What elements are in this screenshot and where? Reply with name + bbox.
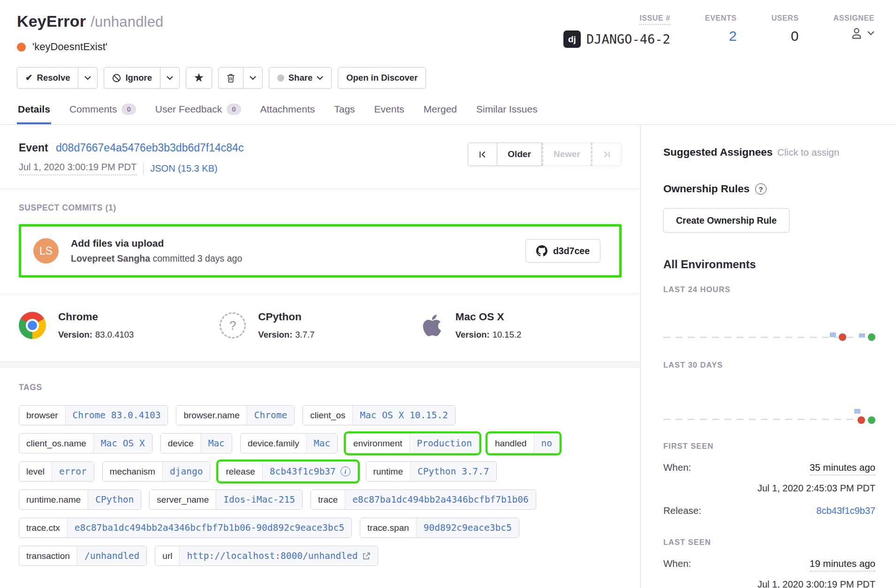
assignee-dropdown[interactable]: [834, 26, 875, 40]
tag-row: levelerror mechanismdjango release8cb43f…: [19, 461, 622, 482]
first-seen-release-link[interactable]: 8cb43f1c9b37: [816, 505, 875, 516]
tag-value: Production: [410, 434, 479, 453]
delete-dropdown-button[interactable]: [243, 67, 263, 89]
context-runtime: ? CPython Version:3.7.7: [220, 311, 420, 340]
tag-row: browserChrome 83.0.4103 browser.nameChro…: [19, 405, 622, 425]
tab-similar-issues-label: Similar Issues: [476, 104, 538, 115]
tag-transaction[interactable]: transaction/unhandled: [19, 546, 147, 566]
tag-row: runtime.nameCPython server_nameIdos-iMac…: [19, 490, 622, 510]
tag-trace[interactable]: tracee8c87ba1dc494bb2a4346bcfbf7b1b06: [311, 490, 536, 510]
tag-client-os[interactable]: client_osMac OS X 10.15.2: [303, 405, 456, 425]
issue-action-toolbar: ✔ Resolve Ignore ★: [0, 67, 896, 89]
tab-events[interactable]: Events: [373, 104, 405, 124]
event-label: Event: [19, 142, 48, 154]
tag-key: trace.ctx: [19, 518, 67, 537]
tag-device-family[interactable]: device.familyMac: [240, 433, 338, 453]
bookmark-star-button[interactable]: ★: [186, 67, 212, 89]
tag-key: runtime: [366, 462, 410, 481]
version-label: Version:: [58, 330, 92, 339]
tag-device[interactable]: deviceMac: [160, 433, 232, 453]
newer-event-button[interactable]: Newer: [542, 143, 591, 166]
tag-value: Mac OS X: [93, 434, 152, 453]
info-icon[interactable]: i: [341, 467, 350, 476]
tab-attachments-label: Attachments: [260, 104, 315, 115]
tab-merged-label: Merged: [424, 104, 457, 115]
ignore-dropdown-button[interactable]: [160, 67, 180, 89]
tag-release[interactable]: release8cb43f1c9b37i: [218, 461, 357, 482]
last-seen-marker-icon: [868, 416, 875, 424]
unknown-runtime-icon: ?: [220, 312, 246, 339]
last-seen-block: LAST SEEN When: 19 minutes ago Jul 1, 20…: [663, 538, 875, 588]
tag-row: transaction/unhandled urlhttp://localhos…: [19, 546, 622, 566]
tag-key: transaction: [19, 546, 77, 565]
tag-environment[interactable]: environmentProduction: [346, 433, 479, 453]
tag-mechanism[interactable]: mechanismdjango: [102, 461, 211, 482]
last-seen-date: Jul 1, 2020 3:00:19 PM PDT: [663, 579, 875, 588]
external-link-icon[interactable]: [362, 552, 371, 560]
help-question-icon[interactable]: ?: [755, 183, 767, 195]
first-seen-marker-icon: [839, 333, 846, 341]
tag-value: /unhandled: [77, 546, 146, 565]
tag-browser-name[interactable]: browser.nameChrome: [176, 405, 295, 425]
tag-client-os-name[interactable]: client_os.nameMac OS X: [19, 433, 152, 453]
suggested-assignees-title: Suggested Assignees: [663, 146, 773, 158]
mute-icon: [112, 74, 121, 83]
raw-json-link[interactable]: JSON (15.3 KB): [150, 163, 217, 174]
skip-to-last-icon: [603, 151, 611, 158]
first-seen-relative-time: 35 minutes ago: [810, 462, 875, 475]
event-id-link[interactable]: d08d7667e4a5476eb3b3db6d7f14c84c: [56, 142, 243, 154]
share-button[interactable]: Share: [269, 67, 332, 89]
tab-bar: Details Comments0 User Feedback0 Attachm…: [0, 104, 896, 125]
tab-comments[interactable]: Comments0: [68, 104, 137, 124]
tag-value: Mac: [201, 434, 232, 453]
separator: [143, 163, 144, 174]
sparkline-bar: [854, 409, 860, 414]
tab-attachments[interactable]: Attachments: [259, 104, 316, 124]
event-pagination: Older Newer: [468, 143, 622, 166]
tab-similar-issues[interactable]: Similar Issues: [475, 104, 539, 124]
lock-icon: [277, 75, 284, 82]
tag-runtime-name[interactable]: runtime.nameCPython: [19, 490, 141, 510]
version-label: Version:: [456, 330, 490, 339]
ownership-rules-title: Ownership Rules: [663, 183, 750, 195]
open-in-discover-button[interactable]: Open in Discover: [338, 67, 426, 89]
issue-short-id[interactable]: DJANGO-46-2: [586, 32, 670, 46]
chevron-down-icon: [84, 76, 91, 80]
tab-details[interactable]: Details: [17, 104, 51, 124]
ignore-button[interactable]: Ignore: [104, 67, 160, 89]
tag-row: trace.ctxe8c87ba1dc494bb2a4346bcfbf7b1b0…: [19, 518, 622, 538]
first-seen-date: Jul 1, 2020 2:45:03 PM PDT: [663, 483, 875, 494]
tag-runtime[interactable]: runtimeCPython 3.7.7: [366, 461, 497, 482]
tag-handled[interactable]: handledno: [487, 433, 560, 453]
tag-server-name[interactable]: server_nameIdos-iMac-215: [149, 490, 303, 510]
tab-tags[interactable]: Tags: [333, 104, 356, 124]
browser-version: 83.0.4103: [95, 330, 134, 339]
browser-name: Chrome: [58, 311, 134, 323]
tag-browser[interactable]: browserChrome 83.0.4103: [19, 405, 168, 425]
tag-trace-ctx[interactable]: trace.ctxe8c87ba1dc494bb2a4346bcfbf7b1b0…: [19, 518, 352, 538]
issue-message: 'keyDoesntExist': [32, 41, 107, 53]
resolve-dropdown-button[interactable]: [78, 67, 98, 89]
newest-event-button[interactable]: [591, 143, 622, 166]
tag-key: browser: [19, 406, 65, 425]
older-event-button[interactable]: Older: [497, 143, 542, 166]
tag-url[interactable]: urlhttp://localhost:8000/unhandled: [155, 546, 378, 566]
when-label: When:: [663, 558, 691, 569]
resolve-button[interactable]: ✔ Resolve: [17, 67, 78, 89]
events-count-link[interactable]: 2: [705, 28, 737, 44]
oldest-event-button[interactable]: [468, 143, 497, 166]
tag-value: Mac OS X 10.15.2: [352, 406, 455, 425]
older-label: Older: [508, 149, 531, 159]
suggested-assignees-block[interactable]: Suggested AssigneesClick to assign: [663, 146, 875, 158]
title-block: KeyError/unhandled 'keyDoesntExist': [17, 12, 164, 53]
tag-value: Chrome 83.0.4103: [65, 406, 168, 425]
ignore-label: Ignore: [125, 73, 152, 83]
tag-level[interactable]: levelerror: [19, 461, 94, 482]
commit-sha-button[interactable]: d3d7cee: [525, 239, 600, 263]
tag-trace-span[interactable]: trace.span90d892c9eace3bc5: [360, 518, 519, 538]
comments-count-badge: 0: [121, 104, 136, 115]
tab-user-feedback[interactable]: User Feedback0: [154, 104, 242, 124]
tab-merged[interactable]: Merged: [423, 104, 458, 124]
delete-button[interactable]: [218, 67, 243, 89]
create-ownership-rule-button[interactable]: Create Ownership Rule: [663, 208, 790, 233]
